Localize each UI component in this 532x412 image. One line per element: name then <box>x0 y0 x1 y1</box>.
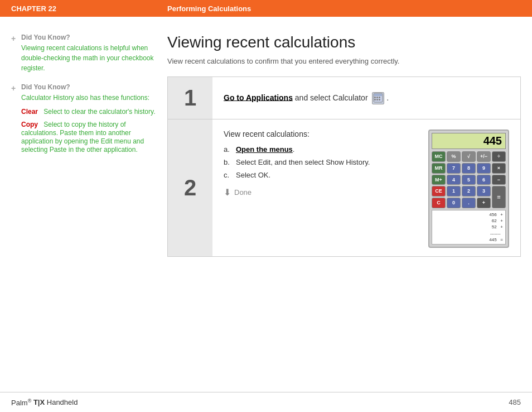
brand-type: Handheld <box>47 399 78 407</box>
calc-btn-equals-tall: = <box>492 186 506 208</box>
calc-btn-div: ÷ <box>492 151 506 162</box>
sidebar-text-1: Viewing recent calculations is helpful w… <box>21 43 156 73</box>
calc-btn-mc: MC <box>432 151 446 162</box>
calc-btn-plus: + <box>477 198 491 208</box>
chapter-label: CHAPTER 22 <box>11 4 167 13</box>
sidebar-heading-2: Did You Know? <box>21 83 156 91</box>
page-footer: Palm® T|X Handheld 485 <box>0 392 532 412</box>
list-letter-b: b. <box>224 158 233 166</box>
page-header: CHAPTER 22 Performing Calculations <box>0 0 532 17</box>
calc-btn-8: 8 <box>462 163 476 174</box>
sidebar-content-1: Did You Know? Viewing recent calculation… <box>21 33 156 73</box>
step-2-list: a. Open the menus. b. Select Edit, and t… <box>224 145 417 179</box>
svg-rect-3 <box>376 97 378 98</box>
step-2-number: 2 <box>168 119 212 256</box>
svg-rect-4 <box>379 97 380 98</box>
step-1-period: . <box>386 93 389 102</box>
calc-btn-mul: × <box>492 163 506 174</box>
calc-btn-0: 0 <box>447 198 461 208</box>
step-2: 2 View recent calculations: a. Open the … <box>168 119 520 256</box>
sidebar-function-clear: Clear Select to clear the calculator's h… <box>21 107 156 116</box>
svg-rect-7 <box>379 99 380 100</box>
sidebar-item-1: + Did You Know? Viewing recent calculati… <box>11 33 156 73</box>
step-2-list-item-a: a. Open the menus. <box>224 145 417 154</box>
calc-btn-7: 7 <box>447 163 461 174</box>
page-subtitle: View recent calculations to confirm that… <box>167 57 521 65</box>
history-row-1: 456 + <box>434 212 503 218</box>
chapter-title: Performing Calculations <box>167 4 251 13</box>
clear-label: Clear <box>21 108 38 116</box>
calc-btn-dot: . <box>462 198 476 208</box>
sidebar-text-2: Calculator History also has these functi… <box>21 93 156 103</box>
copy-desc: Select to copy the history of calculatio… <box>21 121 144 154</box>
main-layout: + Did You Know? Viewing recent calculati… <box>0 17 532 268</box>
go-to-applications-link[interactable]: Go to Applications <box>224 93 293 102</box>
sidebar-plus-icon-1: + <box>11 34 18 43</box>
step-1-number: 1 <box>168 77 212 119</box>
clear-desc: Select to clear the calculator's history… <box>40 108 156 116</box>
step-2-list-item-c: c. Select OK. <box>224 171 417 179</box>
calc-btn-6: 6 <box>477 175 491 185</box>
calc-btn-5: 5 <box>462 175 476 185</box>
calc-buttons: MC % √ +/− ÷ MR 7 8 9 × M+ <box>432 151 506 208</box>
done-row: ⬇ Done <box>224 187 417 198</box>
svg-rect-5 <box>374 99 376 100</box>
history-row-4: ------- <box>434 231 503 237</box>
svg-rect-1 <box>374 94 382 96</box>
sidebar-heading-1: Did You Know? <box>21 33 156 41</box>
list-item-a-text: Open the menus. <box>236 145 294 154</box>
content-area: Viewing recent calculations View recent … <box>167 33 521 257</box>
list-letter-a: a. <box>224 145 233 154</box>
sidebar-item-2: + Did You Know? Calculator History also … <box>11 83 156 154</box>
history-row-5: 445 = <box>434 237 503 243</box>
calc-btn-2: 2 <box>462 186 476 197</box>
calc-display: 445 <box>432 133 506 149</box>
step-1-content: Go to Applications and select Calculator <box>212 77 520 119</box>
sidebar-content-2: Did You Know? Calculator History also ha… <box>21 83 156 154</box>
calc-btn-mplus: M+ <box>432 175 446 185</box>
open-menus-link[interactable]: Open the menus <box>236 145 293 154</box>
sidebar: + Did You Know? Viewing recent calculati… <box>11 33 167 257</box>
list-item-c-text: Select OK. <box>236 171 270 179</box>
done-label: Done <box>234 188 252 197</box>
brand-name: Palm® <box>11 399 31 407</box>
done-icon: ⬇ <box>224 187 231 198</box>
step-2-left: View recent calculations: a. Open the me… <box>224 130 417 198</box>
calculator-preview: 445 MC % √ +/− ÷ MR 7 8 9 <box>428 130 509 248</box>
svg-rect-6 <box>376 99 378 100</box>
calc-btn-pct: % <box>447 151 461 162</box>
calc-btn-plusminus: +/− <box>477 151 491 162</box>
step-2-main-label: View recent calculations: <box>224 130 417 138</box>
list-item-b-text: Select Edit, and then select Show Histor… <box>236 158 370 166</box>
page-title: Viewing recent calculations <box>167 33 521 51</box>
steps-container: 1 Go to Applications and select Calculat… <box>167 76 521 257</box>
step-1-text-suffix: and select Calculator <box>295 93 370 102</box>
step-2-list-item-b: b. Select Edit, and then select Show His… <box>224 158 417 166</box>
calc-btn-minus: − <box>492 175 506 185</box>
footer-brand: Palm® T|X Handheld <box>11 397 78 406</box>
sidebar-plus-icon-2: + <box>11 84 18 93</box>
calc-btn-1: 1 <box>447 186 461 197</box>
step-1: 1 Go to Applications and select Calculat… <box>168 77 520 119</box>
calculator-app-icon <box>372 92 384 104</box>
sidebar-function-copy: Copy Select to copy the history of calcu… <box>21 120 156 154</box>
step-2-content: View recent calculations: a. Open the me… <box>212 119 520 256</box>
history-row-3: 52 + <box>434 224 503 230</box>
brand-model: T|X <box>33 399 45 407</box>
calc-history: 456 + 62 + 52 + ------- 445 = <box>432 210 506 245</box>
calc-btn-3: 3 <box>477 186 491 197</box>
calc-btn-9: 9 <box>477 163 491 174</box>
step-1-text: Go to Applications and select Calculator <box>224 92 389 104</box>
calc-btn-c: C <box>432 198 446 208</box>
calc-btn-mr: MR <box>432 163 446 174</box>
svg-rect-2 <box>374 97 376 98</box>
calc-btn-ce: CE <box>432 186 446 197</box>
footer-page-number: 485 <box>509 398 521 406</box>
list-letter-c: c. <box>224 171 233 179</box>
calc-btn-sqrt: √ <box>462 151 476 162</box>
copy-label: Copy <box>21 121 38 128</box>
calc-btn-4: 4 <box>447 175 461 185</box>
history-row-2: 62 + <box>434 218 503 224</box>
